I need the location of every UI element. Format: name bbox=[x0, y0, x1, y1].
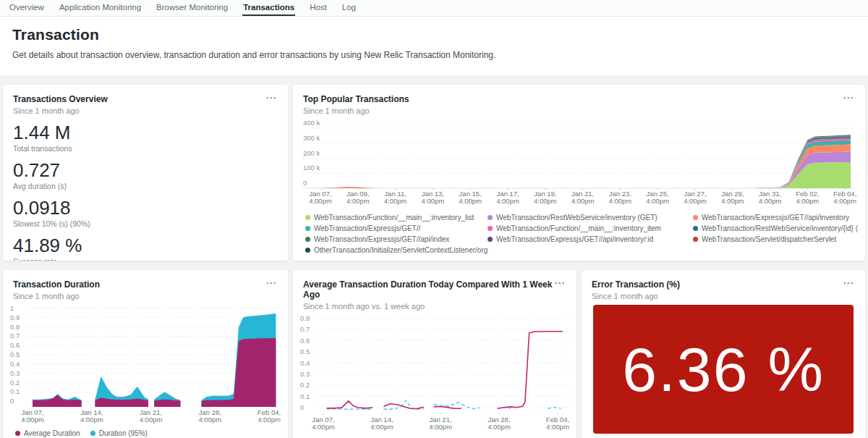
card-top-popular-transactions: Top Popular Transactions Since 1 month a… bbox=[293, 85, 865, 261]
card-subtitle: Since 1 month ago bbox=[303, 106, 409, 115]
svg-text:4:00pm: 4:00pm bbox=[258, 416, 281, 424]
svg-text:0: 0 bbox=[303, 179, 307, 187]
svg-text:4:00pm: 4:00pm bbox=[459, 197, 482, 205]
tab-transactions[interactable]: Transactions bbox=[242, 0, 295, 16]
legend-label: WebTransaction/Function/__main__:invento… bbox=[314, 214, 474, 222]
card-title: Top Popular Transactions bbox=[303, 94, 409, 104]
legend-color-dot bbox=[488, 215, 493, 220]
card-menu-icon[interactable]: ⋯ bbox=[841, 279, 855, 287]
legend-item[interactable]: WebTransaction/RestWebService/inventory … bbox=[488, 214, 693, 222]
tab-host[interactable]: Host bbox=[309, 0, 328, 16]
legend-item[interactable]: Average Duration bbox=[15, 429, 80, 437]
metric-block: 1.44 MTotal transactions bbox=[13, 122, 278, 153]
svg-text:4:00pm: 4:00pm bbox=[21, 416, 44, 424]
card-menu-icon[interactable]: ⋯ bbox=[264, 279, 278, 287]
top-popular-chart: 0100 k200 k300 k400 kJan 07,4:00pmJan 09… bbox=[293, 119, 865, 208]
legend-label: WebTransaction/Expressjs/GET//api/invent… bbox=[496, 235, 653, 243]
card-header: Top Popular Transactions Since 1 month a… bbox=[293, 85, 865, 115]
page-description: Get details about transaction overview, … bbox=[12, 50, 851, 60]
metric-value: 0.727 bbox=[13, 159, 278, 181]
svg-text:0.7: 0.7 bbox=[300, 325, 310, 333]
legend-color-dot bbox=[693, 226, 698, 231]
legend-color-dot bbox=[305, 248, 310, 253]
tab-bar: OverviewApplication MonitoringBrowser Mo… bbox=[0, 0, 868, 17]
svg-text:0.1: 0.1 bbox=[10, 387, 20, 395]
svg-text:0.5: 0.5 bbox=[300, 348, 310, 355]
card-title: Average Transaction Duration Today Compa… bbox=[303, 279, 553, 300]
legend-color-dot bbox=[90, 431, 95, 436]
svg-text:0.4: 0.4 bbox=[300, 359, 310, 367]
svg-text:4:00pm: 4:00pm bbox=[384, 197, 407, 205]
svg-text:4:00pm: 4:00pm bbox=[546, 423, 569, 431]
svg-text:0.2: 0.2 bbox=[300, 381, 310, 389]
svg-text:4:00pm: 4:00pm bbox=[721, 197, 744, 205]
svg-text:4:00pm: 4:00pm bbox=[80, 416, 103, 424]
legend-color-dot bbox=[305, 226, 310, 231]
legend-label: WebTransaction/RestWebService/inventory … bbox=[496, 214, 658, 222]
svg-text:100 k: 100 k bbox=[303, 164, 320, 172]
tab-application-monitoring[interactable]: Application Monitoring bbox=[59, 0, 142, 16]
card-title: Transactions Overview bbox=[13, 94, 108, 104]
legend-label: WebTransaction/Expressjs/GET//api/invent… bbox=[702, 214, 849, 222]
svg-text:0.8: 0.8 bbox=[300, 314, 310, 322]
svg-text:4:00pm: 4:00pm bbox=[496, 197, 519, 205]
duration-svg: 00.10.20.30.40.50.60.70.80.91Jan 07,4:00… bbox=[10, 305, 281, 426]
legend-item[interactable]: WebTransaction/Expressjs/GET//api/invent… bbox=[488, 235, 693, 243]
svg-text:0.9: 0.9 bbox=[10, 313, 20, 321]
svg-text:4:00pm: 4:00pm bbox=[140, 416, 163, 424]
legend-label: OtherTransaction/Initializer/ServletCont… bbox=[314, 246, 488, 254]
metric-value: 1.44 M bbox=[13, 122, 278, 143]
card-subtitle: Since 1 month ago bbox=[13, 292, 100, 300]
svg-text:0.3: 0.3 bbox=[300, 370, 310, 378]
legend-color-dot bbox=[693, 215, 698, 220]
legend-item[interactable]: WebTransaction/RestWebService/inventory/… bbox=[693, 224, 858, 232]
tab-log[interactable]: Log bbox=[341, 0, 357, 16]
svg-text:4:00pm: 4:00pm bbox=[422, 197, 445, 205]
metric-label: Success rate bbox=[13, 257, 278, 261]
metric-label: Total transactions bbox=[13, 144, 278, 153]
svg-text:400 k: 400 k bbox=[303, 119, 320, 127]
svg-text:4:00pm: 4:00pm bbox=[796, 197, 820, 205]
metrics-list: 1.44 MTotal transactions0.727Avg duratio… bbox=[3, 115, 288, 261]
legend-item[interactable]: WebTransaction/Servlet/dispatcherServlet bbox=[693, 235, 858, 243]
legend-item[interactable]: Duration (95%) bbox=[90, 429, 148, 437]
tab-overview[interactable]: Overview bbox=[9, 0, 45, 16]
card-title: Transaction Duration bbox=[13, 279, 100, 290]
legend-item[interactable]: WebTransaction/Function/__main__:invento… bbox=[488, 224, 693, 232]
card-menu-icon[interactable]: ⋯ bbox=[553, 279, 566, 287]
svg-text:4:00pm: 4:00pm bbox=[833, 197, 856, 205]
svg-text:4:00pm: 4:00pm bbox=[571, 197, 595, 205]
legend-color-dot bbox=[693, 237, 698, 242]
tab-browser-monitoring[interactable]: Browser Monitoring bbox=[156, 0, 229, 16]
card-transactions-overview: Transactions Overview Since 1 month ago … bbox=[3, 85, 288, 261]
card-subtitle: Since 1 month ago vs. 1 week ago bbox=[303, 302, 553, 311]
legend-item[interactable]: WebTransaction/Expressjs/GET//api/index bbox=[305, 235, 488, 243]
svg-text:0.8: 0.8 bbox=[10, 323, 20, 331]
svg-text:0.6: 0.6 bbox=[10, 341, 20, 349]
legend-item[interactable]: WebTransaction/Expressjs/GET// bbox=[305, 224, 488, 232]
page-title: Transaction bbox=[12, 26, 851, 43]
svg-text:4:00pm: 4:00pm bbox=[346, 197, 370, 205]
legend-item[interactable]: WebTransaction/Expressjs/GET//api/invent… bbox=[693, 214, 858, 222]
svg-text:4:00pm: 4:00pm bbox=[429, 423, 452, 431]
legend-label: WebTransaction/Servlet/dispatcherServlet bbox=[702, 235, 836, 243]
page-header: Transaction Get details about transactio… bbox=[0, 17, 868, 75]
svg-text:4:00pm: 4:00pm bbox=[646, 197, 669, 205]
svg-text:0.5: 0.5 bbox=[10, 350, 20, 358]
card-menu-icon[interactable]: ⋯ bbox=[841, 94, 855, 101]
legend-item[interactable]: OtherTransaction/Initializer/ServletCont… bbox=[305, 246, 488, 254]
metric-label: Avg duration (s) bbox=[13, 182, 278, 190]
metric-block: 0.0918Slowest 10% (s) (90%) bbox=[13, 197, 278, 228]
top-popular-svg: 0100 k200 k300 k400 kJan 07,4:00pmJan 09… bbox=[303, 119, 855, 208]
svg-text:0.2: 0.2 bbox=[10, 379, 20, 387]
legend-label: WebTransaction/Function/__main__:invento… bbox=[496, 224, 661, 232]
error-billboard: 6.36 % bbox=[593, 305, 854, 434]
svg-text:0: 0 bbox=[10, 397, 14, 405]
svg-text:200 k: 200 k bbox=[303, 149, 320, 157]
legend-label: WebTransaction/RestWebService/inventory/… bbox=[702, 224, 858, 232]
legend-label: Duration (95%) bbox=[99, 429, 148, 437]
card-menu-icon[interactable]: ⋯ bbox=[264, 94, 278, 101]
legend-item[interactable]: WebTransaction/Function/__main__:invento… bbox=[305, 214, 488, 222]
legend-color-dot bbox=[305, 215, 310, 220]
transaction-duration-chart: 00.10.20.30.40.50.60.70.80.91Jan 07,4:00… bbox=[3, 305, 288, 426]
